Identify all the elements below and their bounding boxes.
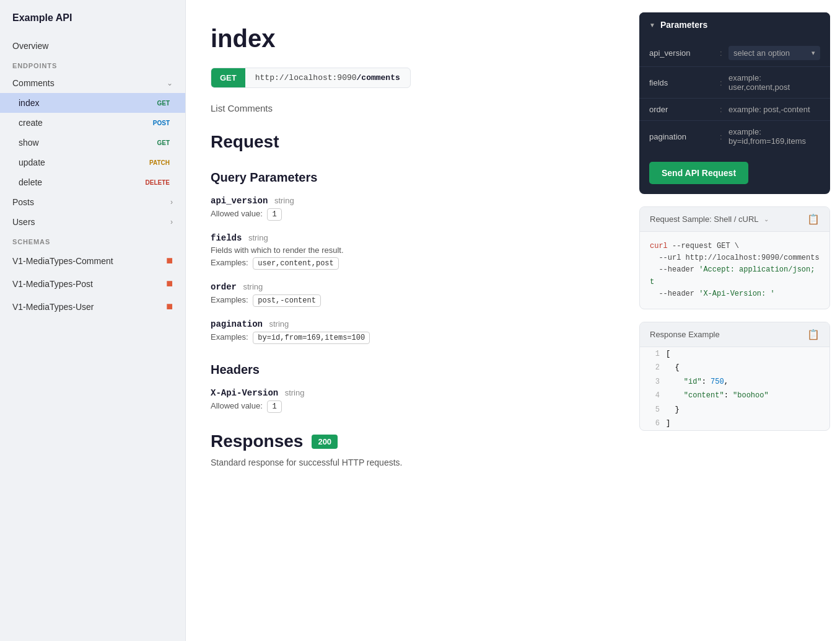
allowed-value-api-version: Allowed value: 1: [211, 208, 605, 221]
method-badge-post: POST: [150, 118, 173, 128]
api-version-select[interactable]: select an option 1: [728, 46, 820, 60]
param-field-value-fields: example: user,content,post: [728, 73, 820, 92]
header-type-x-api-version: string: [285, 388, 305, 397]
schemas-section-label: SCHEMAS: [0, 232, 185, 249]
param-field-name-pagination: pagination: [649, 132, 717, 141]
endpoint-url-bar: GET http://localhost:9090/comments: [211, 68, 411, 88]
param-name-fields: fields: [211, 233, 242, 243]
parameters-panel: ▼ Parameters api_version : select an opt…: [639, 12, 830, 194]
response-example-panel: Response Example 📋 1 [ 2 { 3 "id": 750, …: [639, 322, 830, 431]
method-badge-patch: PATCH: [146, 158, 173, 167]
code-line-5: 5 }: [640, 403, 829, 417]
sidebar-item-create[interactable]: create POST: [0, 113, 185, 133]
request-sample-code: curl --request GET \ --url http://localh…: [640, 232, 829, 309]
code-line-6: 6 ]: [640, 417, 829, 430]
param-field-name-api-version: api_version: [649, 48, 717, 58]
responses-heading: Responses: [211, 431, 303, 451]
param-examples-fields: Examples: user,content,post: [211, 257, 605, 270]
response-200-badge: 200: [312, 435, 338, 449]
copy-icon[interactable]: 📋: [807, 213, 820, 225]
response-example-code: 1 [ 2 { 3 "id": 750, 4 "content": "booho…: [640, 347, 829, 430]
header-name-x-api-version: X-Api-Version: [211, 388, 278, 398]
endpoint-url: http://localhost:9090/comments: [245, 68, 410, 87]
sidebar-title: Example API: [0, 12, 185, 36]
sidebar-item-overview[interactable]: Overview: [0, 36, 185, 56]
request-sample-header: Request Sample: Shell / cURL ⌄ 📋: [640, 207, 829, 232]
chevron-right-icon-2: ›: [170, 218, 173, 226]
code-line-1: 1 [: [640, 347, 829, 361]
param-desc-fields: Fields with which to render the result.: [211, 245, 605, 255]
param-type-fields: string: [248, 233, 268, 242]
param-examples-pagination: Examples: by=id,from=169,items=100: [211, 332, 605, 344]
chevron-down-icon: ⌄: [167, 79, 173, 87]
param-type-order: string: [243, 282, 263, 291]
parameters-panel-header: ▼ Parameters: [639, 12, 830, 37]
sidebar-group-comments[interactable]: Comments ⌄: [0, 73, 185, 93]
schema-icon-user: ■: [166, 300, 173, 313]
param-order: order string Examples: post,-content: [211, 281, 605, 307]
api-version-select-wrapper[interactable]: select an option 1: [728, 46, 820, 60]
code-line-4: 4 "content": "boohoo": [640, 389, 829, 402]
code-line-3: 3 "id": 750,: [640, 375, 829, 389]
request-sample-title: Request Sample: Shell / cURL: [650, 214, 759, 224]
request-sample-panel: Request Sample: Shell / cURL ⌄ 📋 curl --…: [639, 206, 830, 309]
header-x-api-version: X-Api-Version string Allowed value: 1: [211, 387, 605, 413]
page-title: index: [211, 25, 605, 53]
param-field-name-fields: fields: [649, 78, 717, 87]
param-field-value-pagination: example: by=id,from=169,items: [728, 127, 820, 146]
main-content: index GET http://localhost:9090/comments…: [186, 0, 629, 641]
sidebar-item-index[interactable]: index GET: [0, 93, 185, 113]
param-name-api-version: api_version: [211, 196, 268, 206]
param-type-api-version: string: [274, 196, 294, 205]
response-example-title: Response Example: [650, 330, 720, 339]
param-field-value-order: example: post,-content: [728, 105, 820, 114]
param-fields: fields string Fields with which to rende…: [211, 232, 605, 270]
request-heading: Request: [211, 132, 605, 152]
param-api-version: api_version string Allowed value: 1: [211, 195, 605, 221]
schema-icon-comment: ■: [166, 254, 173, 267]
method-badge-delete: DELETE: [142, 178, 173, 187]
chevron-down-icon-sample: ⌄: [764, 216, 769, 223]
param-pagination: pagination string Examples: by=id,from=1…: [211, 318, 605, 344]
method-badge-get: GET: [154, 99, 173, 108]
sidebar-item-schema-post[interactable]: V1-MediaTypes-Post ■: [0, 272, 185, 295]
param-field-fields: fields : example: user,content,post: [639, 67, 830, 99]
sidebar-group-users[interactable]: Users ›: [0, 212, 185, 232]
sidebar-item-schema-comment[interactable]: V1-MediaTypes-Comment ■: [0, 249, 185, 272]
sidebar-item-delete[interactable]: delete DELETE: [0, 172, 185, 192]
param-field-order: order : example: post,-content: [639, 99, 830, 121]
response-example-header: Response Example 📋: [640, 322, 829, 347]
chevron-right-icon: ›: [170, 198, 173, 206]
send-api-button[interactable]: Send API Request: [649, 162, 748, 184]
param-type-pagination: string: [269, 319, 289, 329]
sidebar-group-posts[interactable]: Posts ›: [0, 192, 185, 212]
method-badge-get-2: GET: [154, 138, 173, 148]
param-field-name-order: order: [649, 105, 717, 114]
http-method-badge: GET: [211, 68, 245, 87]
parameters-panel-body: api_version : select an option 1 fields …: [639, 37, 830, 154]
param-field-api-version: api_version : select an option 1: [639, 40, 830, 67]
code-line-2: 2 {: [640, 361, 829, 374]
list-comments-label: List Comments: [211, 103, 605, 113]
responses-section: Responses 200: [211, 431, 605, 451]
filter-icon: ▼: [649, 22, 655, 29]
param-name-pagination: pagination: [211, 319, 263, 329]
sidebar-item-schema-user[interactable]: V1-MediaTypes-User ■: [0, 295, 185, 318]
param-examples-order: Examples: post,-content: [211, 294, 605, 307]
param-field-pagination: pagination : example: by=id,from=169,ite…: [639, 121, 830, 152]
schema-icon-post: ■: [166, 277, 173, 290]
query-params-heading: Query Parameters: [211, 170, 605, 185]
sidebar-item-show[interactable]: show GET: [0, 133, 185, 153]
copy-icon-response[interactable]: 📋: [807, 329, 820, 340]
headers-heading: Headers: [211, 363, 605, 377]
right-panel: ▼ Parameters api_version : select an opt…: [629, 0, 840, 641]
endpoints-section-label: ENDPOINTS: [0, 56, 185, 73]
response-desc: Standard response for successful HTTP re…: [211, 458, 605, 467]
sidebar: Example API Overview ENDPOINTS Comments …: [0, 0, 186, 641]
param-name-order: order: [211, 282, 237, 292]
allowed-value-x-api-version: Allowed value: 1: [211, 400, 605, 413]
sidebar-item-update[interactable]: update PATCH: [0, 153, 185, 172]
